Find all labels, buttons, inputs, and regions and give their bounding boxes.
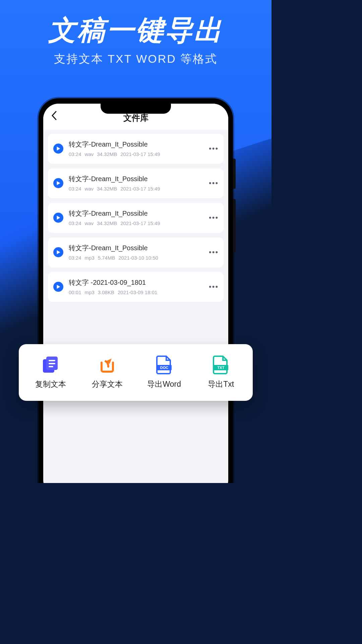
svg-rect-3 <box>49 363 55 364</box>
copy-text-button[interactable]: 复制文本 <box>26 355 75 389</box>
share-icon <box>98 355 117 374</box>
doc-file-icon: DOC <box>155 355 174 374</box>
svg-text:TXT: TXT <box>218 366 225 370</box>
file-size: 34.32MB <box>97 151 117 157</box>
export-word-button[interactable]: DOC 导出Word <box>140 355 188 389</box>
file-size: 34.32MB <box>97 220 117 226</box>
action-label: 分享文本 <box>92 379 123 389</box>
action-label: 复制文本 <box>35 379 66 389</box>
more-icon[interactable]: ••• <box>209 144 218 153</box>
file-meta: 00:01 mp3 3.08KB 2021-03-09 18:01 <box>69 289 203 295</box>
file-info: 转文字 -2021-03-09_1801 00:01 mp3 3.08KB 20… <box>69 278 203 295</box>
hero-title: 文稿一键导出 <box>0 15 272 45</box>
file-duration: 03:24 <box>69 255 81 261</box>
appbar-title: 文件库 <box>123 112 148 123</box>
more-icon[interactable]: ••• <box>209 248 218 257</box>
phone-screen: 文件库 转文字-Dream_It_Possible 03:24 wav 34.3… <box>43 104 228 483</box>
file-title: 转文字 -2021-03-09_1801 <box>69 278 203 287</box>
play-icon[interactable] <box>53 178 63 188</box>
file-info: 转文字-Dream_It_Possible 03:24 wav 34.32MB … <box>69 140 203 157</box>
file-format: wav <box>85 151 94 157</box>
file-format: mp3 <box>85 255 95 261</box>
svg-rect-2 <box>49 360 55 361</box>
file-duration: 03:24 <box>69 151 81 157</box>
file-format: wav <box>85 220 94 226</box>
hero: 文稿一键导出 支持文本 TXT WORD 等格式 <box>0 0 272 67</box>
file-title: 转文字-Dream_It_Possible <box>69 209 203 218</box>
copy-icon <box>41 355 60 374</box>
list-item[interactable]: 转文字-Dream_It_Possible 03:24 wav 34.32MB … <box>48 168 224 198</box>
phone-side-button <box>233 159 236 189</box>
file-duration: 03:24 <box>69 186 81 192</box>
list-item[interactable]: 转文字-Dream_It_Possible 03:24 wav 34.32MB … <box>48 203 224 233</box>
file-duration: 00:01 <box>69 289 81 295</box>
phone-side-button <box>233 199 236 253</box>
play-icon[interactable] <box>53 144 63 154</box>
more-icon[interactable]: ••• <box>209 282 218 291</box>
file-info: 转文字-Dream_It_Possible 03:24 mp3 5.74MB 2… <box>69 244 203 261</box>
file-list[interactable]: 转文字-Dream_It_Possible 03:24 wav 34.32MB … <box>43 130 228 311</box>
file-duration: 03:24 <box>69 220 81 226</box>
action-sheet: 复制文本 分享文本 DOC 导出Word <box>19 344 253 401</box>
file-info: 转文字-Dream_It_Possible 03:24 wav 34.32MB … <box>69 174 203 192</box>
file-size: 34.32MB <box>97 186 117 192</box>
file-meta: 03:24 wav 34.32MB 2021-03-17 15:49 <box>69 151 203 157</box>
file-format: wav <box>85 186 94 192</box>
file-meta: 03:24 wav 34.32MB 2021-03-17 15:49 <box>69 186 203 192</box>
file-title: 转文字-Dream_It_Possible <box>69 140 203 149</box>
action-label: 导出Txt <box>208 379 234 389</box>
list-item[interactable]: 转文字-Dream_It_Possible 03:24 mp3 5.74MB 2… <box>48 237 224 267</box>
more-icon[interactable]: ••• <box>209 179 218 187</box>
file-meta: 03:24 mp3 5.74MB 2021-03-10 10:50 <box>69 255 203 261</box>
file-info: 转文字-Dream_It_Possible 03:24 wav 34.32MB … <box>69 209 203 226</box>
phone-notch <box>101 104 171 114</box>
export-txt-button[interactable]: TXT 导出Txt <box>197 355 245 389</box>
file-title: 转文字-Dream_It_Possible <box>69 174 203 183</box>
file-format: mp3 <box>85 289 95 295</box>
back-icon[interactable] <box>51 111 57 123</box>
file-datetime: 2021-03-10 10:50 <box>118 255 158 261</box>
file-datetime: 2021-03-17 15:49 <box>120 186 160 192</box>
play-icon[interactable] <box>53 282 63 292</box>
file-meta: 03:24 wav 34.32MB 2021-03-17 15:49 <box>69 220 203 226</box>
file-title: 转文字-Dream_It_Possible <box>69 244 203 253</box>
hero-subtitle: 支持文本 TXT WORD 等格式 <box>0 51 272 67</box>
svg-rect-4 <box>49 366 53 367</box>
svg-text:DOC: DOC <box>160 366 169 370</box>
list-item[interactable]: 转文字 -2021-03-09_1801 00:01 mp3 3.08KB 20… <box>48 272 224 302</box>
file-size: 3.08KB <box>98 289 114 295</box>
play-icon[interactable] <box>53 247 63 257</box>
file-datetime: 2021-03-17 15:49 <box>120 220 160 226</box>
file-datetime: 2021-03-09 18:01 <box>118 289 157 295</box>
file-size: 5.74MB <box>98 255 115 261</box>
more-icon[interactable]: ••• <box>209 213 218 222</box>
list-item[interactable]: 转文字-Dream_It_Possible 03:24 wav 34.32MB … <box>48 134 224 164</box>
phone-frame: 文件库 转文字-Dream_It_Possible 03:24 wav 34.3… <box>39 98 233 483</box>
play-icon[interactable] <box>53 213 63 223</box>
file-datetime: 2021-03-17 15:49 <box>120 151 160 157</box>
txt-file-icon: TXT <box>211 355 231 374</box>
share-text-button[interactable]: 分享文本 <box>83 355 132 389</box>
action-label: 导出Word <box>147 379 181 389</box>
